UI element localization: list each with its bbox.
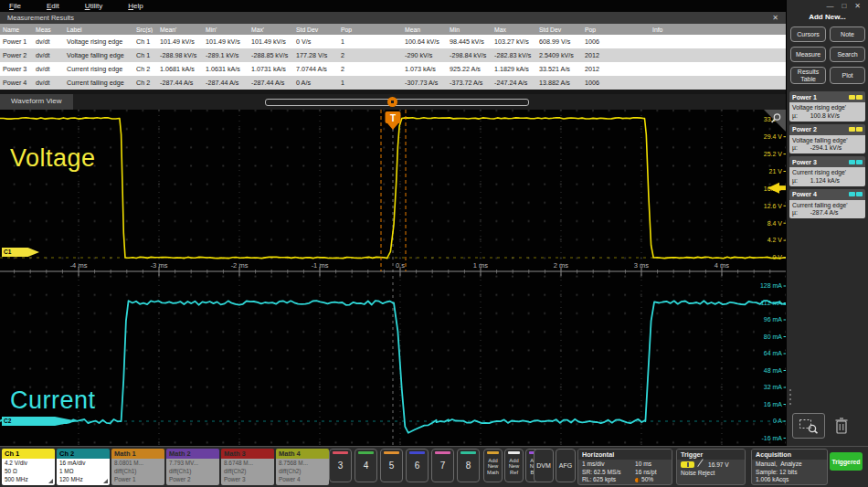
table-cell: 33.521 A/s bbox=[536, 65, 582, 73]
menu-item-utility[interactable]: Utility bbox=[85, 2, 103, 10]
channel-badge-math1[interactable]: Math 18.0801 M...diff(Ch1)Power 1 bbox=[111, 449, 164, 485]
trigger-panel[interactable]: Trigger 16.97 V Noise Reject bbox=[676, 449, 746, 485]
channel-button-8[interactable]: 8 bbox=[457, 449, 480, 482]
sidebar-button-search[interactable]: Search bbox=[830, 47, 865, 62]
table-cell: 101.49 kV/s bbox=[249, 37, 293, 46]
add-new-ref-button[interactable]: AddNewRef bbox=[504, 449, 524, 482]
add-new-math-button[interactable]: AddNewMath bbox=[483, 449, 503, 482]
horizontal-window: 10 ms bbox=[635, 461, 668, 469]
channel-setting-line: 7.793 MV... bbox=[169, 460, 217, 468]
power-badge-header: Power 3 bbox=[789, 156, 865, 167]
voltage-scale-label: 25.2 V bbox=[764, 151, 783, 157]
channel-badge-header: Math 2 bbox=[166, 449, 219, 459]
minimize-icon[interactable]: — bbox=[826, 2, 833, 10]
table-cell: dv/dt bbox=[33, 79, 64, 87]
power-badge[interactable]: Power 3Current rising edge'µ:1.124 kA/s bbox=[789, 156, 865, 186]
horizontal-panel[interactable]: Horizontal 1 ms/div 10 ms SR: 62.5 MS/s … bbox=[577, 449, 672, 485]
power-badge-name: Power 3 bbox=[792, 159, 817, 165]
tab-waveform-view[interactable]: Waveform View bbox=[0, 94, 73, 110]
power-badge-body: Voltage rising edge'µ:100.8 kV/s bbox=[789, 102, 865, 122]
acquisition-panel[interactable]: Acquisition Manual, Analyze Sample: 12 b… bbox=[751, 449, 828, 485]
waveform-plot[interactable]: -4 ms-3 ms-2 ms-1 ms0 s1 ms2 ms3 ms4 msT… bbox=[0, 110, 786, 446]
power-badge-header: Power 4 bbox=[789, 189, 865, 200]
time-tick-label: 2 ms bbox=[554, 261, 569, 270]
power-badge-label: Current rising edge' bbox=[792, 169, 863, 175]
button-color-stripe bbox=[487, 451, 499, 454]
trigger-position-handle[interactable] bbox=[387, 97, 397, 107]
power-badge-label: Current falling edge' bbox=[792, 202, 863, 208]
table-row[interactable]: Power 2dv/dtVoltage falling edgeCh 1-288… bbox=[0, 48, 786, 62]
channel-badge-math4[interactable]: Math 48.7568 M...diff(Ch2)Power 4 bbox=[276, 449, 329, 485]
power-badge[interactable]: Power 4Current falling edge'µ:-287.4 A/s bbox=[789, 189, 865, 219]
measurement-results-titlebar: Measurement Results ✕ bbox=[0, 12, 786, 24]
voltage-annotation: Voltage bbox=[10, 144, 96, 173]
zoom-select-button[interactable] bbox=[792, 413, 825, 439]
voltage-scale-label: 21 V bbox=[769, 168, 783, 175]
current-annotation: Current bbox=[10, 386, 96, 415]
channel-setting-line: diff(Ch2) bbox=[224, 468, 271, 476]
table-cell: dv/dt bbox=[33, 51, 64, 59]
table-cell: Power 4 bbox=[0, 79, 33, 87]
channel-badge-ch2[interactable]: Ch 216 mA/div1 MΩ120 MHz bbox=[57, 449, 110, 485]
channel-badges: Ch 14.2 V/div50 Ω500 MHzCh 216 mA/div1 M… bbox=[2, 449, 329, 485]
table-cell: 925.22 A/s bbox=[447, 65, 492, 73]
channel-button-5[interactable]: 5 bbox=[380, 449, 403, 482]
afg-button[interactable]: AFG bbox=[556, 449, 576, 482]
table-cell: 1 bbox=[338, 37, 402, 46]
close-icon[interactable]: ✕ bbox=[772, 14, 778, 22]
table-cell: 1.0731 kA/s bbox=[249, 65, 293, 73]
power-badge-mean: µ:-287.4 A/s bbox=[792, 209, 863, 216]
channel-button-7[interactable]: 7 bbox=[431, 449, 454, 482]
sidebar-button-cursors[interactable]: Cursors bbox=[790, 26, 826, 42]
trigger-level: 16.97 V bbox=[708, 461, 729, 468]
channel-badge-ch1[interactable]: Ch 14.2 V/div50 Ω500 MHz bbox=[2, 449, 55, 485]
trigger-marker[interactable]: T bbox=[386, 111, 401, 130]
column-header: Std Dev bbox=[536, 26, 582, 33]
waveform-view: Waveform View -4 ms-3 ms-2 ms-1 ms0 s1 m… bbox=[0, 94, 786, 446]
horizontal-resolution: 16 ns/pt bbox=[635, 469, 668, 477]
current-scale-label: 96 mA bbox=[764, 316, 783, 323]
channel-button-4[interactable]: 4 bbox=[355, 449, 377, 482]
table-cell: 1.0631 kA/s bbox=[203, 65, 249, 73]
trigger-level-arrow[interactable] bbox=[767, 183, 779, 194]
drag-handle[interactable] bbox=[788, 387, 793, 407]
sidebar-button-note[interactable]: Note bbox=[830, 26, 865, 42]
table-cell: Voltage falling edge bbox=[64, 51, 133, 59]
menu-item-edit[interactable]: Edit bbox=[47, 2, 59, 10]
table-cell: -287.44 A/s bbox=[249, 79, 293, 87]
trash-icon[interactable] bbox=[834, 417, 849, 435]
sidebar-buttons: CursorsNoteMeasureSearchResults TablePlo… bbox=[790, 26, 865, 84]
channel-badge-math3[interactable]: Math 38.6748 M...diff(Ch2)Power 3 bbox=[221, 449, 274, 485]
channel-color-indicator bbox=[849, 160, 863, 164]
table-row[interactable]: Power 1dv/dtVoltage rising edgeCh 1101.4… bbox=[0, 35, 786, 48]
table-cell: 2 bbox=[338, 65, 402, 73]
waveform-tools bbox=[792, 413, 849, 439]
sidebar-button-results-table[interactable]: Results Table bbox=[790, 67, 826, 84]
table-row[interactable]: Power 4dv/dtCurrent falling edgeCh 2-287… bbox=[0, 76, 786, 90]
channel-badge-math2[interactable]: Math 27.793 MV...diff(Ch1)Power 2 bbox=[166, 449, 219, 485]
power-badge[interactable]: Power 2Voltage falling edge'µ:-294.1 kV/… bbox=[789, 124, 865, 154]
power-badge-mean: µ:1.124 kA/s bbox=[792, 177, 863, 184]
channel-badge-header: Math 4 bbox=[276, 449, 329, 459]
table-cell: -288.98 kV/s bbox=[157, 51, 203, 59]
probe-icon bbox=[103, 479, 108, 483]
table-row[interactable]: Power 3dv/dtCurrent rising edgeCh 21.068… bbox=[0, 62, 786, 76]
channel-button-6[interactable]: 6 bbox=[406, 449, 429, 482]
sidebar-button-measure[interactable]: Measure bbox=[790, 47, 826, 62]
table-cell: -298.84 kV/s bbox=[447, 51, 492, 59]
power-badge-body: Voltage falling edge'µ:-294.1 kV/s bbox=[789, 135, 865, 154]
window-controls: — □ ✕ bbox=[787, 0, 868, 10]
power-badge[interactable]: Power 1Voltage rising edge'µ:100.8 kV/s bbox=[789, 91, 865, 122]
close-icon[interactable]: ✕ bbox=[854, 2, 861, 10]
dvm-button[interactable]: DVM bbox=[534, 449, 554, 482]
restore-icon[interactable]: □ bbox=[842, 2, 846, 10]
menu-item-help[interactable]: Help bbox=[128, 2, 143, 10]
channel-badge-header: Math 1 bbox=[111, 449, 164, 459]
sidebar-button-plot[interactable]: Plot bbox=[830, 67, 865, 84]
current-scale-label: 128 mA bbox=[760, 282, 782, 289]
horizontal-scale: 1 ms/div bbox=[582, 461, 635, 469]
table-cell: -290 kV/s bbox=[402, 51, 447, 59]
table-cell: 100.64 kV/s bbox=[402, 37, 447, 46]
menu-item-file[interactable]: File bbox=[9, 2, 21, 10]
channel-button-3[interactable]: 3 bbox=[329, 449, 352, 482]
